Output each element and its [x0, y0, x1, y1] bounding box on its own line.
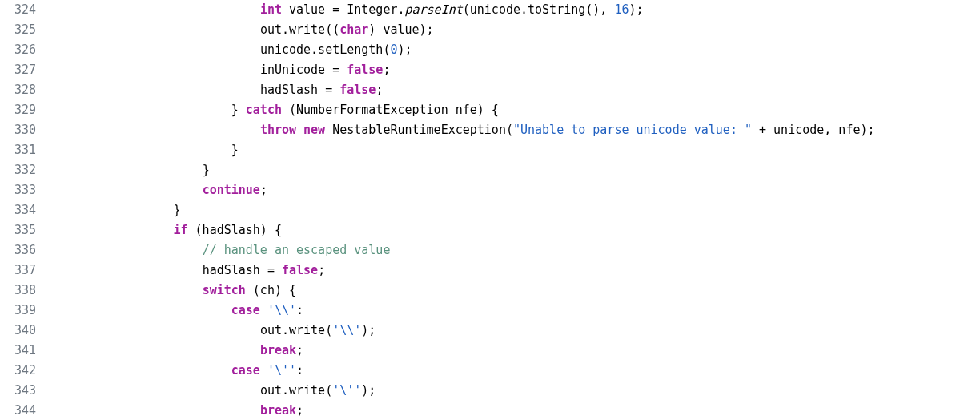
code-line: 327 inUnicode = false;	[0, 60, 980, 80]
code-token: out.write(	[260, 383, 332, 398]
line-content: hadSlash = false;	[46, 260, 325, 281]
code-token: out.write((	[260, 22, 339, 37]
code-token: );	[361, 323, 376, 337]
code-token: (unicode.toString(),	[463, 2, 615, 17]
code-token: :	[296, 363, 303, 378]
code-token: }	[174, 203, 181, 217]
code-line: 343 out.write('\'');	[0, 381, 980, 401]
code-token: false	[339, 83, 376, 97]
code-line: 338 switch (ch) {	[0, 281, 980, 301]
code-token: break	[260, 343, 296, 357]
code-line: 339 case '\\':	[0, 301, 980, 321]
code-token: '\''	[267, 363, 296, 378]
code-token	[296, 123, 303, 137]
code-token: }	[231, 143, 239, 157]
line-content: out.write((char) value);	[46, 20, 434, 40]
line-number: 340	[0, 321, 46, 341]
line-content: unicode.setLength(0);	[46, 40, 412, 60]
code-token: ;	[318, 263, 325, 277]
line-number: 330	[0, 120, 46, 140]
code-line: 332 }	[0, 160, 980, 180]
code-token: hadSlash =	[260, 83, 339, 97]
code-token: hadSlash =	[203, 263, 282, 277]
line-number: 334	[0, 200, 46, 220]
code-token: throw	[260, 123, 296, 137]
line-content: switch (ch) {	[46, 281, 296, 301]
code-token: char	[339, 22, 368, 37]
line-content: throw new NestableRuntimeException("Unab…	[46, 120, 875, 140]
code-line: 325 out.write((char) value);	[0, 20, 980, 40]
line-number: 335	[0, 220, 46, 240]
code-token: '\''	[332, 383, 361, 398]
code-token: if	[174, 223, 188, 237]
code-token: catch	[246, 103, 282, 117]
code-token: }	[231, 103, 246, 117]
line-number: 344	[0, 401, 46, 420]
line-content: }	[46, 160, 210, 180]
line-number: 329	[0, 100, 46, 120]
code-token: );	[629, 2, 643, 17]
line-number: 332	[0, 160, 46, 180]
code-line: 324 int value = Integer.parseInt(unicode…	[0, 0, 980, 20]
code-token: inUnicode =	[260, 63, 347, 77]
line-content: break;	[46, 341, 303, 361]
line-number: 324	[0, 0, 46, 20]
line-content: out.write('\'');	[46, 381, 376, 401]
code-token: ;	[296, 403, 303, 418]
code-token: "Unable to parse unicode value: "	[513, 123, 752, 137]
code-token: ) value);	[368, 22, 433, 37]
code-token: parseInt	[405, 2, 463, 17]
line-number: 325	[0, 20, 46, 40]
code-line: 331 }	[0, 140, 980, 160]
line-number: 327	[0, 60, 46, 80]
code-token: (NumberFormatException nfe) {	[282, 103, 499, 117]
line-number: 343	[0, 381, 46, 401]
line-content: }	[46, 200, 181, 220]
line-number: 333	[0, 180, 46, 200]
code-token: NestableRuntimeException(	[325, 123, 513, 137]
line-content: inUnicode = false;	[46, 60, 390, 80]
code-token: '\\'	[332, 323, 361, 337]
code-token: ;	[376, 83, 383, 97]
code-token: int	[260, 2, 282, 17]
code-token	[260, 363, 267, 378]
code-token: ;	[296, 343, 303, 357]
code-token: case	[231, 363, 260, 378]
code-line: 330 throw new NestableRuntimeException("…	[0, 120, 980, 140]
code-token: new	[303, 123, 325, 137]
line-content: continue;	[46, 180, 267, 200]
line-number: 338	[0, 281, 46, 301]
code-token: + unicode, nfe);	[752, 123, 875, 137]
line-content: if (hadSlash) {	[46, 220, 282, 240]
code-token: unicode.setLength(	[260, 42, 391, 57]
code-line: 326 unicode.setLength(0);	[0, 40, 980, 60]
code-token: false	[282, 263, 318, 277]
code-line: 340 out.write('\\');	[0, 321, 980, 341]
code-line: 341 break;	[0, 341, 980, 361]
code-token: (hadSlash) {	[188, 223, 282, 237]
code-line: 344 break;	[0, 401, 980, 420]
code-token: :	[296, 303, 303, 317]
code-line: 337 hadSlash = false;	[0, 260, 980, 281]
code-token: (ch) {	[246, 283, 296, 297]
code-line: 333 continue;	[0, 180, 980, 200]
line-content: }	[46, 140, 239, 160]
line-content: hadSlash = false;	[46, 80, 383, 100]
code-token: }	[203, 163, 210, 177]
code-token: '\\'	[267, 303, 296, 317]
code-token: );	[361, 383, 376, 398]
code-token	[260, 303, 267, 317]
code-token: // handle an escaped value	[203, 243, 391, 257]
line-content: case '\\':	[46, 301, 303, 321]
line-number: 341	[0, 341, 46, 361]
code-line: 329 } catch (NumberFormatException nfe) …	[0, 100, 980, 120]
line-number: 339	[0, 301, 46, 321]
code-token: ;	[260, 183, 267, 197]
line-number: 331	[0, 140, 46, 160]
code-line: 336 // handle an escaped value	[0, 240, 980, 260]
code-token: out.write(	[260, 323, 332, 337]
code-line: 335 if (hadSlash) {	[0, 220, 980, 240]
line-content: int value = Integer.parseInt(unicode.toS…	[46, 0, 644, 20]
code-viewer: 324 int value = Integer.parseInt(unicode…	[0, 0, 980, 420]
code-line: 342 case '\'':	[0, 361, 980, 381]
